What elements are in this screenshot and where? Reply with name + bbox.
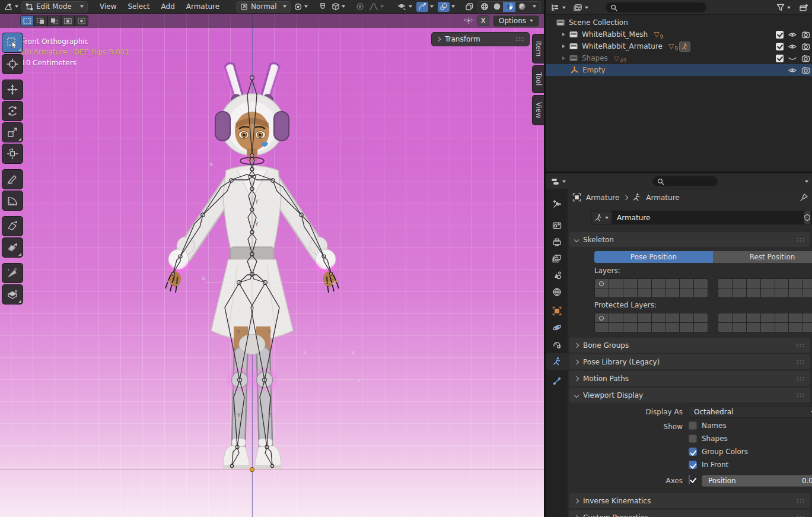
armature-name-field[interactable]: Armature [591,211,812,224]
names-checkbox[interactable] [689,421,697,430]
fake-user-shield-button[interactable] [804,211,811,224]
layer-cell[interactable] [775,323,789,332]
layer-cell[interactable] [789,323,803,332]
outliner-row-shapes[interactable]: Shapes ▽49 [546,52,812,64]
rest-position-button[interactable]: Rest Position [713,251,812,263]
layer-cell[interactable] [733,323,746,332]
shading-rendered-button[interactable] [515,2,528,12]
layer-cell[interactable] [652,288,665,297]
options-dropdown[interactable]: Options [493,15,539,27]
outliner-row-empty[interactable]: Empty [546,64,812,76]
mirror-x-toggle[interactable]: X [477,15,489,26]
layer-cell[interactable] [623,323,637,332]
tab-scene[interactable] [546,268,568,283]
gizmo-toggle[interactable] [416,2,428,12]
panel-skeleton-header[interactable]: Skeleton [569,232,810,247]
layer-cell[interactable] [652,279,665,288]
gizmos-button[interactable] [415,1,435,12]
id-type-dropdown[interactable] [591,211,612,224]
tool-extrude[interactable] [2,263,23,283]
exclude-checkbox[interactable] [776,43,784,50]
properties-header-menu[interactable] [805,176,808,187]
hide-eye-icon[interactable] [788,43,797,50]
layer-cell[interactable] [733,279,746,288]
axes-checkbox[interactable] [689,475,690,484]
layer-cell[interactable] [789,279,803,288]
layer-cell[interactable] [789,288,803,297]
viewport-3d[interactable]: YY YY YY xxx xxxx [0,14,544,517]
layer-cell[interactable] [595,323,609,332]
in-front-checkbox[interactable] [689,461,697,469]
layer-cell[interactable] [761,313,775,322]
shading-wireframe-button[interactable] [478,2,491,12]
layer-cell[interactable] [680,279,693,288]
layer-cell[interactable] [733,288,746,297]
menu-armature[interactable]: Armature [181,1,224,12]
tab-item[interactable]: Item [532,34,544,64]
layer-cell[interactable] [803,288,812,297]
snap-with-button[interactable] [330,1,346,12]
outliner-search-field[interactable] [605,2,707,13]
tab-object-constraints[interactable] [546,337,568,352]
tool-select-box[interactable] [2,33,23,53]
pin-icon[interactable] [800,193,808,202]
layer-cell[interactable] [609,313,623,322]
layer-cell[interactable] [694,313,708,322]
layer-cell[interactable] [638,288,651,297]
overlays-button[interactable] [437,1,456,12]
layer-cell[interactable] [652,323,665,332]
pivot-point-button[interactable] [292,1,309,12]
tab-view[interactable]: View [532,95,544,125]
collection-label[interactable]: Scene Collection [569,18,628,27]
exclude-checkbox[interactable] [776,31,784,39]
expand-arrow-icon[interactable] [562,45,565,48]
properties-search-field[interactable] [652,176,718,187]
proportional-editing-button[interactable] [354,1,366,12]
collection-label[interactable]: WhiteRabbit_Mesh [582,30,648,39]
overlays-toggle[interactable] [438,2,450,12]
layer-cell[interactable] [665,288,679,297]
layer-cell[interactable] [775,279,789,288]
layer-cell[interactable] [595,313,609,322]
armature-name-value[interactable]: Armature [617,214,650,222]
shading-dropdown[interactable] [528,2,540,12]
armature-layers-grid-right[interactable] [718,278,812,298]
layer-cell[interactable] [680,323,693,332]
tool-move[interactable] [2,80,23,100]
axes-position-slider[interactable]: Position 0.0 [702,475,812,487]
menu-view[interactable]: View [95,1,121,12]
drag-grip-icon[interactable] [796,237,805,242]
disable-render-camera-icon[interactable] [801,31,810,39]
layer-cell[interactable] [733,313,746,322]
tab-tool[interactable] [546,196,568,212]
tool-scale[interactable] [2,122,23,142]
layer-cell[interactable] [694,323,708,332]
layer-cell[interactable] [761,279,775,288]
collection-label[interactable]: WhiteRabbit_Armature [582,42,663,50]
object-origin-dot[interactable] [250,467,254,471]
drag-grip-icon[interactable] [796,376,805,381]
layer-cell[interactable] [638,323,651,332]
menu-select[interactable]: Select [123,1,154,12]
layer-cell[interactable] [623,279,637,288]
collection-label[interactable]: Shapes [582,54,608,62]
layer-cell[interactable] [718,288,732,297]
layer-cell[interactable] [609,323,623,332]
layer-cell[interactable] [609,288,623,297]
outliner-row-whiterabbit-armature[interactable]: WhiteRabbit_Armature ▽9 [546,40,812,52]
tab-physics[interactable] [546,320,568,335]
layer-cell[interactable] [761,323,775,332]
breadcrumb-data-label[interactable]: Armature [646,194,679,202]
editor-type-button[interactable] [3,1,20,12]
layer-cell[interactable] [595,288,609,297]
outliner-row-whiterabbit-mesh[interactable]: WhiteRabbit_Mesh ▽9 [546,28,812,40]
layer-cell[interactable] [803,279,812,288]
panel-motion-paths-header[interactable]: Motion Paths [569,371,810,386]
layer-cell[interactable] [718,313,732,322]
tool-extrude-cursor[interactable] [2,284,23,305]
hidden-eye-closed-icon[interactable] [788,55,797,62]
show-object-types-button[interactable] [396,1,413,12]
tab-object[interactable] [546,303,568,319]
panel-inverse-kinematics-header[interactable]: Inverse Kinematics [569,493,810,508]
display-as-dropdown[interactable]: Octahedral [689,406,812,418]
